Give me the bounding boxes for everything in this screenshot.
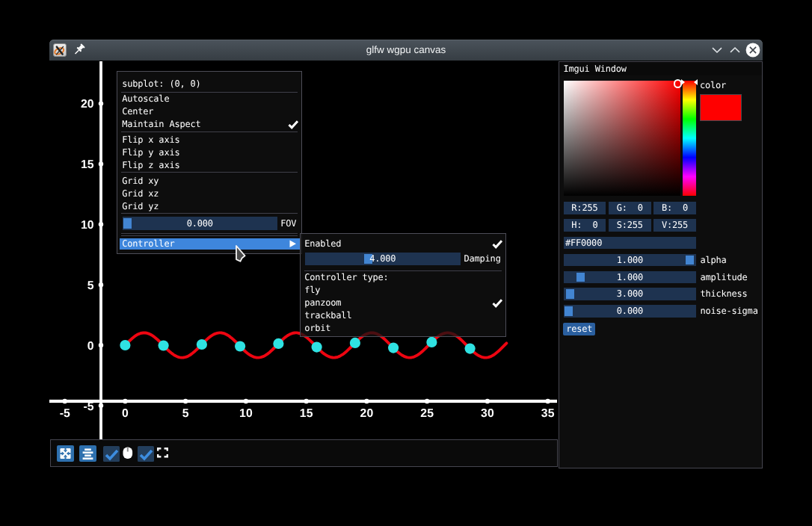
hue-marker-right	[694, 79, 698, 85]
x-tick-label: 5	[182, 407, 189, 420]
amplitude-slider-label: amplitude	[700, 271, 747, 284]
y-tick-label: 10	[81, 219, 94, 232]
controller-submenu: Enabled4.000DampingController type:flypa…	[300, 233, 506, 337]
x-tick-dot	[545, 399, 550, 403]
menu-item-controller[interactable]: Controller	[122, 238, 174, 250]
thickness-slider-label: thickness	[700, 288, 747, 300]
x-tick-label: 35	[541, 407, 555, 420]
noise-sigma-slider-label: noise-sigma	[700, 305, 757, 318]
toolbar-checkbox-controller[interactable]	[103, 446, 120, 462]
y-tick-label: 0	[87, 340, 94, 353]
y-tick-dot	[99, 222, 103, 226]
x-tick-label: 15	[300, 407, 313, 420]
checkmark-icon	[138, 448, 153, 461]
chevron-down-icon	[708, 40, 726, 61]
rgb-field-g[interactable]: G: 0	[609, 202, 651, 214]
hsv-field-h[interactable]: H: 0	[564, 219, 606, 232]
submenu-item-trackball[interactable]: trackball	[304, 309, 351, 322]
y-axis-line	[99, 61, 102, 439]
x-tick-label: -5	[60, 407, 70, 420]
hsv-field-s[interactable]: S:255	[609, 219, 651, 232]
toolbar-button-center[interactable]	[79, 445, 96, 462]
y-tick-dot	[99, 282, 103, 287]
close-icon	[744, 40, 762, 61]
submenu-header-controller-type: Controller type:	[304, 271, 388, 284]
subplot-context-menu: subplot: (0, 0)AutoscaleCenterMaintain A…	[117, 71, 302, 254]
submenu-item-enabled[interactable]: Enabled	[304, 238, 341, 250]
pin-icon[interactable]	[73, 43, 86, 57]
pushpin	[73, 43, 86, 57]
wgpu-canvas[interactable]: 20151050-5-505101520253035 colorR:255G: …	[49, 61, 763, 468]
x-tick-dot	[304, 399, 308, 403]
app-window: glfw wgpu canvas 20151050-5-505101520253…	[49, 40, 763, 468]
sv-gradient-square[interactable]	[564, 81, 680, 196]
color-label: color	[700, 79, 726, 92]
scatter-point	[350, 338, 360, 348]
color-swatch[interactable]	[701, 95, 741, 120]
y-tick-dot	[99, 161, 103, 166]
y-tick-label: 20	[81, 98, 94, 111]
submenu-item-fly[interactable]: fly	[304, 284, 320, 297]
scatter-point	[388, 343, 399, 353]
arrows-to-center-icon	[57, 445, 74, 462]
reset-button[interactable]: reset	[563, 323, 595, 335]
x-tick-dot	[485, 399, 490, 403]
menu-item-center[interactable]: Center	[122, 105, 153, 118]
y-tick-dot	[99, 403, 103, 408]
menu-item-flip-y-axis[interactable]: Flip y axis	[122, 146, 179, 159]
rgb-field-b[interactable]: B: 0	[653, 202, 696, 214]
close-button[interactable]	[744, 40, 762, 61]
checkmark-icon	[492, 298, 503, 309]
menu-item-maintain-aspect[interactable]: Maintain Aspect	[122, 118, 200, 131]
imgui-panel-title: Imgui Window	[564, 63, 627, 75]
scatter-point	[312, 342, 322, 353]
menu-item-grid-xz[interactable]: Grid xz	[122, 188, 159, 200]
submenu-item-orbit[interactable]: orbit	[304, 322, 330, 335]
menu-item-flip-x-axis[interactable]: Flip x axis	[122, 134, 179, 146]
window-titlebar[interactable]: glfw wgpu canvas	[49, 40, 763, 61]
damping-slider-value: 4.000	[305, 253, 461, 265]
menu-header-subplot: subplot: (0, 0)	[122, 78, 200, 90]
fov-slider-label: FOV	[280, 217, 296, 230]
thickness-slider-value: 3.000	[564, 288, 697, 300]
imgui-panel-titlebar[interactable]: Imgui Window	[559, 61, 763, 75]
hsv-field-v[interactable]: V:255	[653, 219, 696, 232]
rgb-field-r[interactable]: R:255	[564, 202, 606, 214]
y-tick-label: 5	[87, 279, 94, 292]
maximize-button[interactable]	[726, 40, 744, 61]
plot-toolbar	[50, 439, 558, 468]
scatter-point	[197, 339, 207, 350]
amplitude-slider-value: 1.000	[564, 271, 697, 284]
x-tick-label: 0	[122, 407, 129, 420]
alpha-slider-label: alpha	[700, 254, 726, 267]
menu-item-grid-yz[interactable]: Grid yz	[122, 200, 159, 213]
hex-field[interactable]: #FF0000	[564, 237, 697, 250]
menu-separator	[121, 132, 298, 132]
toolbar-checkbox-maintain-aspect[interactable]	[138, 446, 154, 462]
checkmark-icon	[288, 120, 299, 130]
menu-item-flip-z-axis[interactable]: Flip z axis	[122, 159, 179, 172]
checkmark-icon	[104, 448, 119, 461]
scatter-point	[426, 337, 437, 347]
align-center-icon	[79, 445, 96, 462]
imgui-panel: colorR:255G: 0B: 0H: 0S:255V:255#FF00001…	[559, 61, 763, 469]
toolbar-button-autoscale[interactable]	[57, 445, 74, 462]
menu-separator	[121, 235, 298, 236]
y-tick-label: -5	[83, 400, 93, 413]
x-tick-label: 10	[239, 407, 253, 420]
minimize-button[interactable]	[708, 40, 726, 61]
x-tick-label: 30	[481, 407, 494, 420]
menu-item-grid-xy[interactable]: Grid xy	[122, 175, 159, 188]
x-tick-dot	[364, 399, 369, 403]
damping-slider-label: Damping	[464, 253, 500, 265]
x-tick-label: 25	[420, 407, 434, 420]
menu-separator	[121, 233, 298, 234]
mouse-cursor	[236, 245, 249, 264]
hue-bar[interactable]	[683, 81, 696, 196]
menu-separator	[121, 213, 298, 214]
menu-item-autoscale[interactable]: Autoscale	[122, 93, 169, 105]
submenu-item-panzoom[interactable]: panzoom	[304, 297, 341, 309]
checkmark-icon	[492, 239, 503, 250]
x11-logo	[53, 43, 67, 57]
fullscreen-icon[interactable]	[157, 448, 169, 459]
